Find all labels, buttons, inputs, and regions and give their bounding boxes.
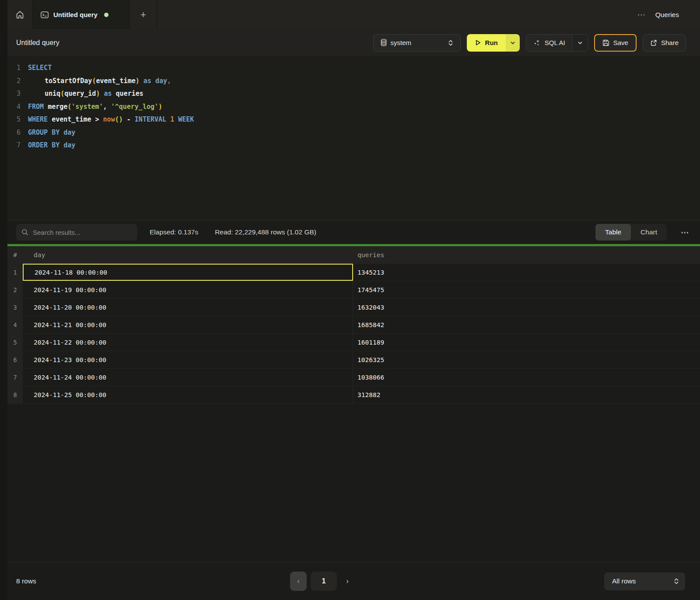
code-line[interactable]: 1SELECT — [7, 62, 700, 75]
search-results-box[interactable] — [16, 224, 137, 241]
day-cell[interactable]: 2024-11-20 00:00:00 — [23, 299, 353, 316]
sql-ai-label: SQL AI — [545, 39, 565, 46]
footer-right: All rows — [604, 572, 685, 590]
table-row[interactable]: 42024-11-21 00:00:001685842 — [7, 316, 700, 334]
row-index-cell: 8 — [7, 386, 23, 403]
table-row[interactable]: 62024-11-23 00:00:001026325 — [7, 351, 700, 369]
sql-ai-button[interactable]: SQL AI — [526, 35, 572, 51]
code-line[interactable]: 5WHERE event_time > now() - INTERVAL 1 W… — [7, 113, 700, 126]
left-rail — [0, 0, 7, 600]
code-text: ORDER BY day — [28, 139, 75, 152]
share-button[interactable]: Share — [643, 34, 686, 52]
table-header-row: # day queries — [7, 246, 700, 264]
column-header-index[interactable]: # — [7, 246, 23, 264]
play-icon — [475, 39, 481, 46]
code-line[interactable]: 6GROUP BY day — [7, 126, 700, 140]
queries-cell[interactable]: 312882 — [353, 386, 700, 403]
results-menu-icon[interactable]: ⋯ — [679, 227, 691, 237]
day-cell[interactable]: 2024-11-25 00:00:00 — [23, 386, 353, 403]
table-row[interactable]: 12024-11-18 00:00:001345213 — [7, 264, 700, 281]
prev-page-button[interactable]: ‹ — [290, 572, 307, 591]
results-table: # day queries 12024-11-18 00:00:00134521… — [7, 246, 700, 404]
terminal-icon — [41, 11, 49, 18]
code-line[interactable]: 2toStartOfDay(event_time) as day, — [7, 75, 700, 88]
row-count: 8 rows — [16, 577, 36, 585]
run-button[interactable]: Run — [467, 34, 506, 52]
save-button-label: Save — [613, 39, 628, 46]
column-header-queries[interactable]: queries — [353, 246, 700, 264]
run-options-button[interactable] — [506, 34, 520, 52]
run-button-group: Run — [467, 34, 520, 52]
sql-editor[interactable]: 1SELECT2toStartOfDay(event_time) as day,… — [7, 56, 700, 220]
table-body: 12024-11-18 00:00:00134521322024-11-19 0… — [7, 264, 700, 404]
save-button[interactable]: Save — [594, 34, 637, 52]
code-line[interactable]: 4FROM merge('system', '^query_log') — [7, 101, 700, 114]
queries-cell[interactable]: 1685842 — [353, 316, 700, 333]
toolbar-actions: system Run — [373, 34, 686, 52]
tab-chart-view[interactable]: Chart — [631, 224, 667, 241]
table-row[interactable]: 82024-11-25 00:00:00312882 — [7, 386, 700, 404]
view-toggle: Table Chart — [595, 224, 667, 241]
queries-cell[interactable]: 1345213 — [353, 264, 700, 281]
tab-untitled-query[interactable]: Untitled query — [33, 0, 130, 29]
line-number: 2 — [7, 75, 21, 88]
tab-bar: Untitled query + ⋯ Queries — [7, 0, 700, 29]
share-icon — [650, 39, 657, 46]
line-number: 6 — [7, 126, 21, 140]
column-header-day[interactable]: day — [23, 246, 353, 264]
pagination: ‹ 1 › — [290, 572, 354, 591]
line-number: 5 — [7, 113, 21, 126]
sql-ai-options-button[interactable] — [572, 35, 588, 51]
day-cell[interactable]: 2024-11-24 00:00:00 — [23, 369, 353, 386]
table-row[interactable]: 22024-11-19 00:00:001745475 — [7, 281, 700, 299]
code-line[interactable]: 7ORDER BY day — [7, 139, 700, 152]
tab-title: Untitled query — [53, 11, 98, 18]
search-icon — [21, 229, 28, 236]
updown-chevrons-icon — [448, 39, 453, 46]
code-text: GROUP BY day — [28, 126, 75, 140]
read-stat: Read: 22,229,488 rows (1.02 GB) — [215, 228, 316, 236]
code-line[interactable]: 3uniq(query_id) as queries — [7, 87, 700, 101]
query-toolbar: Untitled query system — [7, 29, 700, 56]
home-button[interactable] — [7, 0, 33, 29]
queries-cell[interactable]: 1745475 — [353, 281, 700, 298]
day-cell[interactable]: 2024-11-21 00:00:00 — [23, 316, 353, 333]
save-icon — [602, 39, 609, 46]
line-number: 7 — [7, 139, 21, 152]
code-text: toStartOfDay(event_time) as day, — [28, 75, 171, 88]
query-title: Untitled query — [16, 39, 60, 47]
row-index-cell: 6 — [7, 351, 23, 368]
database-select-value: system — [391, 39, 412, 46]
app-window: Untitled query + ⋯ Queries Untitled quer… — [0, 0, 700, 600]
search-results-input[interactable] — [33, 229, 132, 236]
updown-chevrons-icon — [674, 578, 679, 585]
code-text: SELECT — [28, 62, 52, 75]
page-size-value: All rows — [612, 577, 636, 585]
queries-cell[interactable]: 1038066 — [353, 369, 700, 386]
table-row[interactable]: 32024-11-20 00:00:001632043 — [7, 299, 700, 316]
sparkles-icon — [533, 39, 541, 46]
queries-cell[interactable]: 1632043 — [353, 299, 700, 316]
table-row[interactable]: 52024-11-22 00:00:001601189 — [7, 334, 700, 351]
elapsed-stat: Elapsed: 0.137s — [150, 228, 198, 236]
share-button-label: Share — [661, 39, 679, 46]
overflow-menu-icon[interactable]: ⋯ — [637, 10, 646, 20]
day-cell-selected[interactable]: 2024-11-18 00:00:00 — [23, 264, 353, 281]
next-page-button[interactable]: › — [341, 572, 354, 591]
row-index-cell: 4 — [7, 316, 23, 333]
day-cell[interactable]: 2024-11-19 00:00:00 — [23, 281, 353, 298]
queries-nav-link[interactable]: Queries — [655, 11, 679, 19]
current-page-button[interactable]: 1 — [311, 572, 337, 591]
new-tab-button[interactable]: + — [130, 0, 157, 29]
database-select[interactable]: system — [373, 34, 461, 52]
results-empty-area — [7, 404, 700, 562]
queries-cell[interactable]: 1026325 — [353, 351, 700, 368]
tab-table-view[interactable]: Table — [595, 224, 631, 241]
line-number: 3 — [7, 87, 21, 101]
table-row[interactable]: 72024-11-24 00:00:001038066 — [7, 369, 700, 386]
day-cell[interactable]: 2024-11-22 00:00:00 — [23, 334, 353, 351]
line-number: 1 — [7, 62, 21, 75]
page-size-select[interactable]: All rows — [604, 572, 685, 590]
queries-cell[interactable]: 1601189 — [353, 334, 700, 351]
day-cell[interactable]: 2024-11-23 00:00:00 — [23, 351, 353, 368]
